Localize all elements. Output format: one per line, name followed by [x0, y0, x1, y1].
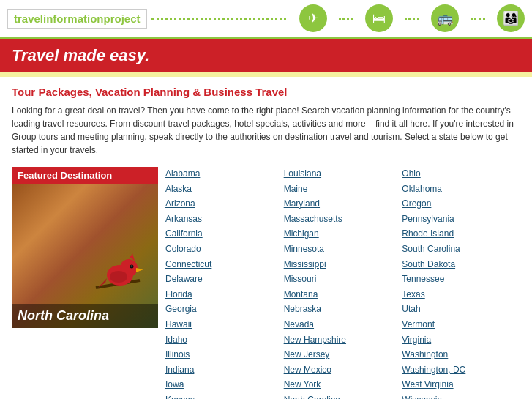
- state-link-new-jersey[interactable]: New Jersey: [284, 348, 402, 362]
- state-link-alaska[interactable]: Alaska: [165, 182, 284, 196]
- state-link-idaho[interactable]: Idaho: [165, 333, 284, 347]
- state-link-oregon[interactable]: Oregon: [402, 197, 520, 211]
- state-link-arkansas[interactable]: Arkansas: [165, 212, 284, 226]
- state-link-connecticut[interactable]: Connecticut: [165, 258, 284, 272]
- page-title: Tour Packages, Vacation Planning & Busin…: [12, 86, 520, 98]
- state-link-michigan[interactable]: Michigan: [284, 227, 402, 241]
- site-logo[interactable]: travelinformationproject: [7, 9, 147, 29]
- states-col-1: Alabama Alaska Arizona Arkansas Californ…: [165, 167, 284, 399]
- state-link-florida[interactable]: Florida: [165, 288, 284, 302]
- states-col-3: Ohio Oklahoma Oregon Pennsylvania Rhode …: [402, 167, 520, 399]
- site-header: travelinformationproject ✈ 🛏 🚌 👨‍👩‍👧: [0, 0, 532, 39]
- state-link-north-carolina[interactable]: North Carolina: [284, 393, 402, 399]
- state-link-utah[interactable]: Utah: [402, 302, 520, 316]
- header-icon-group: ✈ 🛏 🚌 👨‍👩‍👧: [299, 4, 525, 32]
- state-link-maryland[interactable]: Maryland: [284, 197, 402, 211]
- state-link-iowa[interactable]: Iowa: [165, 378, 284, 392]
- state-link-california[interactable]: California: [165, 227, 284, 241]
- state-link-indiana[interactable]: Indiana: [165, 363, 284, 377]
- state-link-wisconsin[interactable]: Wisconsin: [402, 393, 520, 399]
- state-link-nebraska[interactable]: Nebraska: [284, 302, 402, 316]
- svg-point-8: [110, 271, 127, 283]
- state-link-south-carolina[interactable]: South Carolina: [402, 242, 520, 256]
- featured-label: Featured Destination: [12, 167, 158, 184]
- state-link-maine[interactable]: Maine: [284, 182, 402, 196]
- svg-marker-5: [136, 268, 143, 272]
- state-link-rhode-island[interactable]: Rhode Island: [402, 227, 520, 241]
- hero-text: Travel made easy.: [12, 46, 149, 64]
- state-link-virginia[interactable]: Virginia: [402, 333, 520, 347]
- state-link-louisiana[interactable]: Louisiana: [284, 167, 402, 181]
- states-list: Alabama Alaska Arizona Arkansas Californ…: [165, 167, 520, 399]
- state-link-illinois[interactable]: Illinois: [165, 348, 284, 362]
- svg-point-7: [131, 266, 132, 267]
- state-link-south-dakota[interactable]: South Dakota: [402, 258, 520, 272]
- states-col-2: Louisiana Maine Maryland Massachusetts M…: [284, 167, 402, 399]
- logo-colored: information: [43, 12, 104, 25]
- state-link-new-mexico[interactable]: New Mexico: [284, 363, 402, 377]
- state-link-massachusetts[interactable]: Massachusetts: [284, 212, 402, 226]
- state-link-arizona[interactable]: Arizona: [165, 197, 284, 211]
- cardinal-bird-icon: [92, 247, 143, 299]
- state-link-new-york[interactable]: New York: [284, 378, 402, 392]
- dot-divider3: [471, 18, 485, 20]
- state-link-georgia[interactable]: Georgia: [165, 302, 284, 316]
- state-link-ohio[interactable]: Ohio: [402, 167, 520, 181]
- state-link-new-hampshire[interactable]: New Hampshire: [284, 333, 402, 347]
- people-icon: 👨‍👩‍👧: [497, 4, 525, 32]
- state-link-vermont[interactable]: Vermont: [402, 318, 520, 332]
- state-link-hawaii[interactable]: Hawaii: [165, 318, 284, 332]
- state-link-pennsylvania[interactable]: Pennsylvania: [402, 212, 520, 226]
- logo-plain: travel: [14, 12, 43, 25]
- state-link-minnesota[interactable]: Minnesota: [284, 242, 402, 256]
- featured-image: Featured Destination: [12, 167, 158, 328]
- state-link-kansas[interactable]: Kansas: [165, 393, 284, 399]
- state-link-montana[interactable]: Montana: [284, 288, 402, 302]
- header-dots-divider: [151, 18, 286, 20]
- hero-banner: Travel made easy.: [0, 39, 532, 72]
- plane-icon: ✈: [299, 4, 327, 32]
- content-area: Featured Destination: [12, 167, 520, 399]
- state-link-missouri[interactable]: Missouri: [284, 272, 402, 286]
- state-link-delaware[interactable]: Delaware: [165, 272, 284, 286]
- logo-end: project: [104, 12, 141, 25]
- dot-divider: [339, 18, 353, 20]
- state-link-mississippi[interactable]: Mississippi: [284, 258, 402, 272]
- main-content: Tour Packages, Vacation Planning & Busin…: [0, 77, 532, 399]
- state-link-nevada[interactable]: Nevada: [284, 318, 402, 332]
- bed-icon: 🛏: [365, 4, 393, 32]
- featured-destination[interactable]: Featured Destination: [12, 167, 158, 399]
- featured-state-name: North Carolina: [12, 304, 158, 328]
- state-link-colorado[interactable]: Colorado: [165, 242, 284, 256]
- state-link-oklahoma[interactable]: Oklahoma: [402, 182, 520, 196]
- state-link-west-virginia[interactable]: West Virginia: [402, 378, 520, 392]
- intro-paragraph: Looking for a great deal on travel? Then…: [12, 104, 520, 157]
- state-link-tennessee[interactable]: Tennessee: [402, 272, 520, 286]
- state-link-alabama[interactable]: Alabama: [165, 167, 284, 181]
- state-link-washington[interactable]: Washington: [402, 348, 520, 362]
- state-link-texas[interactable]: Texas: [402, 288, 520, 302]
- dot-divider2: [405, 18, 419, 20]
- bus-icon: 🚌: [431, 4, 459, 32]
- state-link-washington-dc[interactable]: Washington, DC: [402, 363, 520, 377]
